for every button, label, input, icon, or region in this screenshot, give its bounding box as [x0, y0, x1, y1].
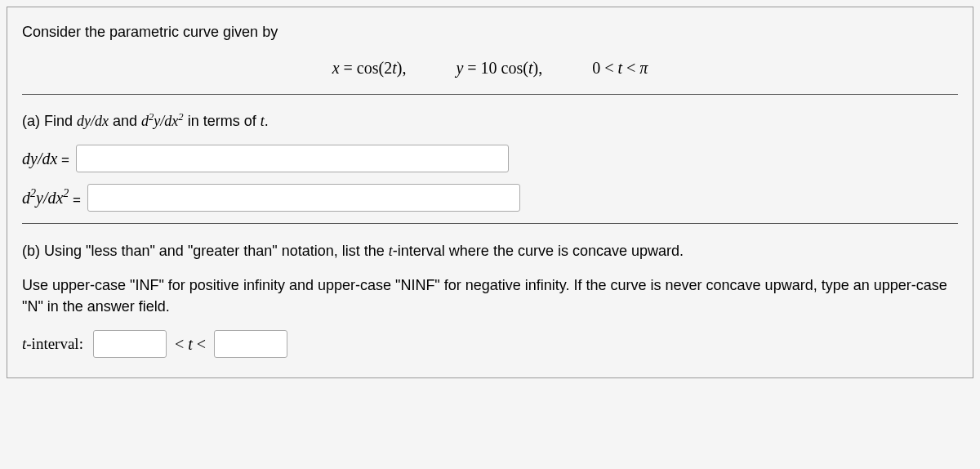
part-b-line1: (b) Using "less than" and "greater than"… [22, 240, 958, 261]
equation-interval: 0 < t < π [592, 59, 648, 78]
dydx-input[interactable] [76, 145, 509, 172]
divider-2 [22, 223, 958, 224]
d2ydx2-label: d2y/dx2 = [22, 188, 81, 208]
equation-x: x = cos(2t), [332, 59, 407, 78]
equation-y: y = 10 cos(t), [456, 59, 542, 78]
equation-display: x = cos(2t), y = 10 cos(t), 0 < t < π [22, 59, 958, 78]
interval-mid: < t < [175, 335, 206, 354]
and-text: and [109, 113, 141, 129]
b-line1-post: -interval where the curve is concave upw… [393, 243, 684, 259]
period: . [265, 113, 269, 129]
d2ydx2-symbol: d2y/dx2 [141, 113, 184, 129]
part-a-pre: (a) Find [22, 113, 77, 129]
dydx-label: dy/dx = [22, 150, 69, 168]
b-line1-pre: (b) Using "less than" and "greater than"… [22, 243, 389, 259]
interval-upper-input[interactable] [214, 330, 287, 358]
part-b-section: (b) Using "less than" and "greater than"… [22, 240, 958, 317]
intro-text: Consider the parametric curve given by [22, 24, 958, 41]
question-container: Consider the parametric curve given by x… [7, 7, 973, 378]
part-b-line2: Use upper-case "INF" for positive infini… [22, 275, 958, 317]
interval-label: t-interval: [22, 335, 83, 353]
dydx-row: dy/dx = [22, 145, 958, 172]
part-a-post: in terms of [184, 113, 261, 129]
interval-lower-input[interactable] [93, 330, 167, 358]
dydx-symbol: dy/dx [77, 113, 109, 129]
interval-row: t-interval: < t < [22, 330, 958, 358]
d2ydx2-row: d2y/dx2 = [22, 184, 958, 212]
part-a-prompt: (a) Find dy/dx and d2y/dx2 in terms of t… [22, 111, 958, 130]
divider-1 [22, 94, 958, 95]
d2ydx2-input[interactable] [87, 184, 520, 212]
